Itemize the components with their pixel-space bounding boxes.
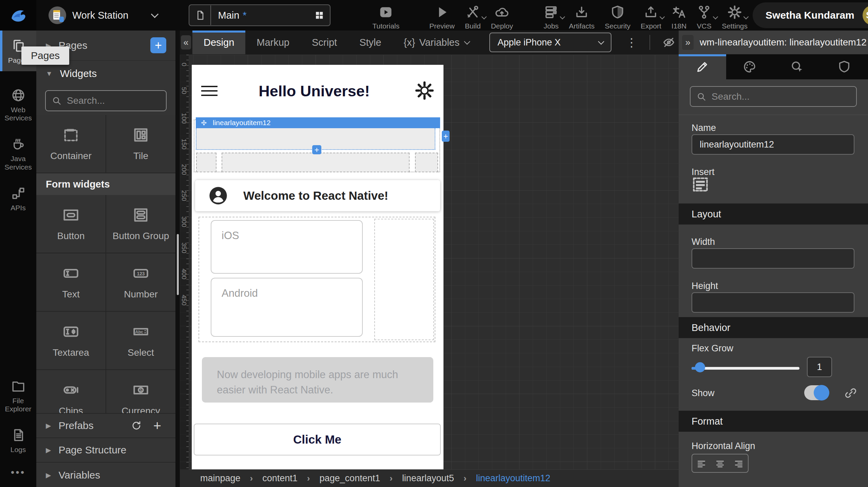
empty-column-placeholder[interactable] <box>374 219 434 340</box>
widget-search[interactable] <box>45 90 167 111</box>
layout-placeholder-right[interactable] <box>415 153 438 172</box>
bind-property-icon[interactable] <box>844 387 857 400</box>
align-right-icon[interactable] <box>734 458 744 468</box>
triangle-right-icon: ▶ <box>46 471 51 479</box>
project-avatar <box>49 6 66 24</box>
widget-currency[interactable]: Currency <box>106 370 175 413</box>
toggle-visibility-icon[interactable] <box>662 36 675 49</box>
behavior-section-header[interactable]: Behavior <box>679 317 868 338</box>
canvas-viewport[interactable]: 0 50 100 150 200 250 300 350 400 450 Hel… <box>180 54 679 470</box>
insert-below-button[interactable]: + <box>312 145 321 154</box>
user-menu[interactable]: Swetha Kundaram SK <box>753 2 868 28</box>
add-page-button[interactable]: + <box>150 37 166 53</box>
triangle-right-icon: ▶ <box>46 422 51 430</box>
gear-icon[interactable] <box>414 80 435 101</box>
widget-search-input[interactable] <box>66 95 160 106</box>
selected-widget-handle[interactable]: linearlayoutitem12 <box>196 117 440 128</box>
widget-textarea[interactable]: Textarea <box>36 312 106 369</box>
breadcrumb-page-content1[interactable]: page_content1 <box>320 473 380 484</box>
rail-item-web-services[interactable]: Web Services <box>0 80 36 129</box>
insert-right-button[interactable]: + <box>442 131 450 142</box>
breadcrumb-content1[interactable]: content1 <box>262 473 298 484</box>
jobs-button[interactable]: Jobs <box>539 4 564 30</box>
settings-button[interactable]: Settings <box>717 4 753 30</box>
preview-button[interactable]: Preview <box>424 4 460 30</box>
divider <box>649 35 650 50</box>
chevron-down-icon[interactable] <box>151 11 159 18</box>
property-search[interactable] <box>690 86 857 107</box>
rail-item-logs[interactable]: Logs <box>0 420 36 461</box>
rail-item-java-services[interactable]: Java Services <box>0 129 36 178</box>
export-button[interactable]: Export <box>636 4 666 30</box>
tab-variables[interactable]: {x} Variables <box>393 31 481 54</box>
layout-section-header[interactable]: Layout <box>679 203 868 225</box>
tab-properties[interactable] <box>679 54 726 79</box>
insert-widget-icon[interactable] <box>692 176 709 193</box>
horizontal-align-group <box>692 454 749 473</box>
widget-button[interactable]: Button <box>36 195 106 253</box>
device-select[interactable]: Apple iPhone X <box>489 33 611 52</box>
widget-button-group[interactable]: Button Group <box>106 195 175 253</box>
format-section-header[interactable]: Format <box>679 411 868 432</box>
menu-icon[interactable] <box>201 86 218 99</box>
open-page-tab[interactable]: Main * <box>189 4 331 26</box>
tab-design[interactable]: Design <box>192 31 245 54</box>
prefabs-accordion[interactable]: ▶ Prefabs + <box>36 413 175 437</box>
tab-markup[interactable]: Markup <box>245 31 301 54</box>
widget-tile[interactable]: Tile <box>106 115 175 173</box>
layout-placeholder-center[interactable] <box>222 153 410 172</box>
welcome-card[interactable]: Welcome to React Native! <box>195 180 440 211</box>
build-button[interactable]: Build <box>460 4 486 30</box>
more-options-icon[interactable]: ⋮ <box>626 37 637 48</box>
align-left-icon[interactable] <box>696 458 706 468</box>
breadcrumb-linearlayout5[interactable]: linearlayout5 <box>402 473 454 484</box>
security-button[interactable]: Security <box>600 4 636 30</box>
flex-grow-slider-thumb[interactable] <box>695 362 705 372</box>
security-icon <box>610 5 625 20</box>
layout-placeholder-left[interactable] <box>196 153 216 172</box>
widget-text[interactable]: Text <box>36 253 106 311</box>
rail-item-apis[interactable]: APIs <box>0 178 36 219</box>
tab-style[interactable]: Style <box>348 31 392 54</box>
show-toggle[interactable] <box>804 385 829 400</box>
widget-select[interactable]: Select <box>106 312 175 369</box>
rail-more-button[interactable]: ••• <box>0 461 36 487</box>
tab-grid-icon[interactable] <box>314 10 324 20</box>
rail-item-file-explorer[interactable]: File Explorer <box>0 371 36 420</box>
panel-scrollbar[interactable] <box>177 234 179 295</box>
width-field[interactable] <box>692 248 854 269</box>
expand-panel-button[interactable]: » <box>682 35 694 50</box>
name-field[interactable] <box>692 134 854 155</box>
android-textarea[interactable]: Android <box>211 278 363 337</box>
align-center-icon[interactable] <box>715 458 725 468</box>
phone-preview[interactable]: Hello Universe! linearlayoutitem12 + + W… <box>192 65 444 470</box>
export-icon <box>643 5 658 20</box>
tab-security[interactable] <box>821 54 868 79</box>
tab-events[interactable] <box>773 54 821 79</box>
widget-chips[interactable]: Chips <box>36 370 106 413</box>
widget-container[interactable]: Container <box>36 115 106 173</box>
vcs-button[interactable]: VCS <box>692 4 717 30</box>
flex-grow-value[interactable]: 1 <box>807 357 832 377</box>
page-structure-accordion[interactable]: ▶ Page Structure <box>36 437 175 462</box>
app-logo[interactable] <box>0 0 36 31</box>
i18n-button[interactable]: I18N <box>666 4 692 30</box>
project-switcher[interactable]: Work Station <box>49 6 157 24</box>
tab-script[interactable]: Script <box>301 31 348 54</box>
height-field[interactable] <box>692 292 854 313</box>
property-search-input[interactable] <box>711 91 850 102</box>
ios-textarea[interactable]: iOS <box>211 220 363 274</box>
variables-accordion[interactable]: ▶ Variables <box>36 462 175 487</box>
refresh-icon[interactable] <box>131 420 142 431</box>
breadcrumb-linearlayoutitem12[interactable]: linearlayoutitem12 <box>476 473 550 484</box>
breadcrumb-mainpage[interactable]: mainpage <box>200 473 241 484</box>
deploy-button[interactable]: Deploy <box>486 4 518 30</box>
message-box[interactable]: Now developing mobile apps are much easi… <box>202 357 433 403</box>
tutorials-button[interactable]: Tutorials <box>367 4 404 30</box>
widget-number[interactable]: Number <box>106 253 175 311</box>
tab-styles[interactable] <box>726 54 774 79</box>
flex-grow-slider[interactable] <box>692 367 799 370</box>
click-me-button[interactable]: Click Me <box>194 424 441 455</box>
artifacts-button[interactable]: Artifacts <box>564 4 600 30</box>
collapse-left-panel-button[interactable]: « <box>181 35 191 50</box>
